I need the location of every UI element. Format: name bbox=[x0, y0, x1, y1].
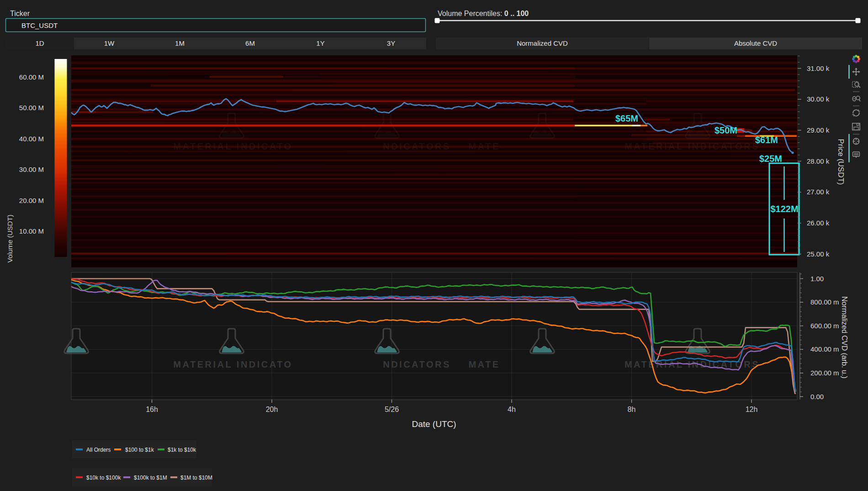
svg-text:NDICATORS: NDICATORS bbox=[383, 359, 451, 369]
svg-text:Normalized CVD (arb. u.): Normalized CVD (arb. u.) bbox=[841, 296, 848, 379]
svg-text:20.00 M: 20.00 M bbox=[19, 197, 44, 204]
svg-text:Price (USDT): Price (USDT) bbox=[836, 139, 845, 185]
svg-text:1W: 1W bbox=[104, 39, 115, 47]
svg-text:Volume Percentiles: 0 .. 100: Volume Percentiles: 0 .. 100 bbox=[438, 10, 529, 17]
svg-text:All Orders: All Orders bbox=[86, 447, 111, 453]
svg-text:3Y: 3Y bbox=[387, 39, 395, 47]
svg-text:$61M: $61M bbox=[755, 135, 778, 145]
svg-text:4h: 4h bbox=[508, 406, 516, 413]
svg-text:16h: 16h bbox=[146, 406, 158, 413]
svg-text:400.00 m: 400.00 m bbox=[810, 345, 839, 353]
svg-text:$1M to $10M: $1M to $10M bbox=[180, 475, 212, 481]
svg-text:40.00 M: 40.00 M bbox=[19, 135, 44, 143]
svg-text:MATERIAL INDICATO: MATERIAL INDICATO bbox=[173, 141, 292, 151]
svg-text:$25M: $25M bbox=[759, 154, 782, 164]
svg-text:30.00 k: 30.00 k bbox=[807, 95, 830, 103]
svg-text:27.00 k: 27.00 k bbox=[807, 188, 830, 196]
svg-text:$65M: $65M bbox=[615, 113, 638, 123]
svg-text:Normalized CVD: Normalized CVD bbox=[517, 39, 568, 47]
svg-text:31.00 k: 31.00 k bbox=[807, 64, 830, 72]
svg-text:$50M: $50M bbox=[715, 125, 737, 135]
svg-text:600.00 m: 600.00 m bbox=[810, 322, 839, 330]
svg-text:200.00 m: 200.00 m bbox=[810, 369, 839, 377]
svg-text:NDICATORS: NDICATORS bbox=[383, 141, 451, 151]
svg-text:29.00 k: 29.00 k bbox=[807, 126, 830, 134]
svg-text:Date (UTC): Date (UTC) bbox=[412, 419, 456, 429]
svg-text:Absolute CVD: Absolute CVD bbox=[734, 39, 777, 47]
svg-text:5/26: 5/26 bbox=[385, 406, 399, 413]
svg-text:30.00 M: 30.00 M bbox=[19, 165, 44, 173]
svg-text:10.00 M: 10.00 M bbox=[19, 227, 44, 235]
svg-text:25.00 k: 25.00 k bbox=[807, 250, 830, 258]
svg-text:800.00 m: 800.00 m bbox=[810, 298, 839, 306]
svg-text:MATERIAL INDICATO: MATERIAL INDICATO bbox=[173, 359, 292, 369]
svg-text:60.00 M: 60.00 M bbox=[19, 73, 44, 81]
svg-text:1.00: 1.00 bbox=[810, 275, 824, 283]
svg-text:$100 to $1k: $100 to $1k bbox=[125, 447, 154, 453]
svg-text:6M: 6M bbox=[245, 39, 255, 47]
svg-text:1D: 1D bbox=[35, 39, 44, 47]
svg-text:28.00 k: 28.00 k bbox=[807, 157, 830, 165]
svg-text:8h: 8h bbox=[628, 406, 636, 413]
svg-text:MATERIAL INDICATORS: MATERIAL INDICATORS bbox=[625, 141, 760, 151]
svg-text:0.00: 0.00 bbox=[810, 393, 824, 400]
svg-text:$10k to $100k: $10k to $100k bbox=[86, 475, 121, 481]
svg-text:$122M: $122M bbox=[770, 204, 798, 214]
svg-text:$100k to $1M: $100k to $1M bbox=[134, 475, 167, 481]
svg-text:$1k to $10k: $1k to $10k bbox=[168, 447, 196, 453]
svg-text:Ticker: Ticker bbox=[10, 10, 30, 17]
svg-text:MATE: MATE bbox=[468, 359, 500, 369]
svg-text:50.00 M: 50.00 M bbox=[19, 104, 44, 112]
svg-text:MATE: MATE bbox=[468, 141, 500, 151]
svg-text:1M: 1M bbox=[175, 39, 185, 47]
svg-text:20h: 20h bbox=[266, 406, 278, 413]
svg-text:26.00 k: 26.00 k bbox=[807, 219, 830, 227]
svg-text:12h: 12h bbox=[746, 406, 758, 413]
svg-text:Volume (USDT): Volume (USDT) bbox=[6, 214, 14, 262]
svg-text:1Y: 1Y bbox=[316, 39, 324, 47]
svg-text:BTC_USDT: BTC_USDT bbox=[21, 21, 58, 29]
